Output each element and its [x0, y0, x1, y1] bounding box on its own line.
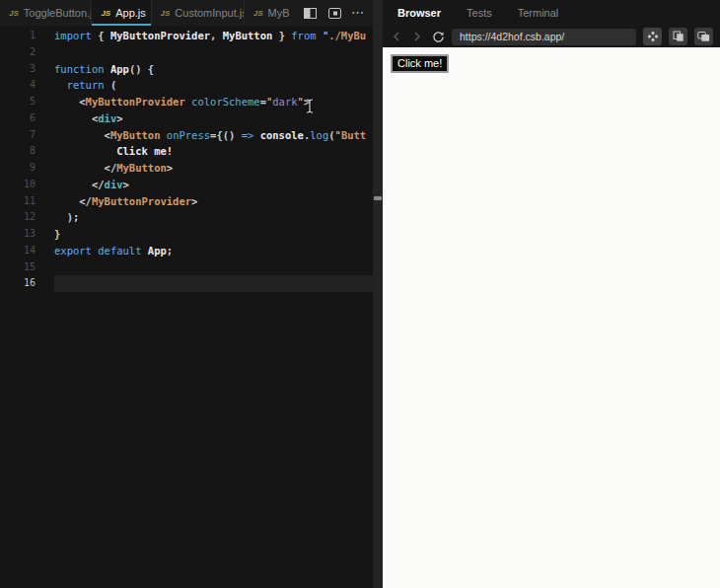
code-line[interactable]: 4 return ( [0, 77, 373, 94]
tab-label: ToggleButton.js [24, 7, 93, 19]
code-line[interactable]: 14export default App; [0, 243, 373, 259]
tab-label: App.js [115, 7, 146, 19]
back-icon[interactable] [390, 30, 403, 43]
code-line-text: Click me! [54, 143, 373, 160]
line-number: 15 [0, 259, 54, 276]
browser-navbar [383, 26, 720, 47]
line-number: 10 [0, 177, 54, 193]
editor-pane: JS ToggleButton.js JS App.js × JS Custom… [0, 0, 373, 588]
code-line-text: </div> [54, 177, 373, 193]
code-line-text: ); [54, 209, 373, 226]
editor-tabbar: JS ToggleButton.js JS App.js × JS Custom… [0, 0, 373, 26]
code-line[interactable]: 12 ); [0, 209, 373, 226]
line-number: 14 [0, 243, 54, 259]
code-line-text [54, 259, 373, 276]
preview-pane: Browser Tests Terminal [383, 0, 720, 588]
line-number: 4 [0, 77, 54, 94]
code-line-text [54, 44, 373, 61]
code-line-text: </MyButton> [54, 160, 373, 177]
code-line[interactable]: 10 </div> [0, 177, 373, 193]
refresh-icon[interactable] [431, 30, 445, 43]
js-file-icon: JS [161, 9, 171, 18]
more-actions-icon[interactable]: ⋯ [351, 8, 365, 18]
copy-url-icon[interactable] [669, 28, 687, 45]
forward-icon[interactable] [410, 30, 424, 43]
tab-browser[interactable]: Browser [397, 7, 441, 19]
code-line[interactable]: 5 <MyButtonProvider colorScheme="dark"> [0, 94, 373, 110]
code-line-text: function App() { [54, 61, 373, 78]
editor-tab-actions: ⋯ [294, 0, 373, 26]
open-preview-icon[interactable] [326, 5, 342, 21]
js-file-icon: JS [9, 9, 19, 18]
tab-app-js[interactable]: JS App.js × [92, 0, 151, 26]
line-number: 11 [0, 193, 54, 210]
code-line[interactable]: 15 [0, 259, 373, 276]
code-line[interactable]: 6 <div> [0, 110, 373, 127]
line-number: 6 [0, 110, 54, 127]
line-number: 1 [0, 28, 54, 44]
line-number: 16 [0, 275, 54, 292]
code-line-text: return ( [54, 77, 373, 94]
line-number: 12 [0, 209, 54, 226]
open-in-new-window-icon[interactable] [694, 28, 713, 45]
split-editor-icon[interactable] [302, 5, 318, 21]
code-line-text: <MyButton onPress={() => console.log("Bu… [54, 127, 373, 144]
code-line-text: } [54, 226, 373, 243]
browser-viewport: Click me! [383, 47, 720, 588]
tab-label: MyB [268, 7, 290, 19]
line-number: 9 [0, 160, 54, 177]
code-line[interactable]: 1import { MyButtonProvider, MyButton } f… [0, 28, 373, 44]
code-line[interactable]: 13} [0, 226, 373, 243]
responsive-preview-icon[interactable] [643, 28, 662, 45]
tab-label: CustomInput.js [175, 7, 244, 19]
preview-tabbar: Browser Tests Terminal [383, 0, 720, 26]
line-number: 3 [0, 61, 54, 78]
app-window: JS ToggleButton.js JS App.js × JS Custom… [0, 0, 720, 588]
code-line-text: import { MyButtonProvider, MyButton } fr… [54, 28, 373, 44]
code-editor[interactable]: 1import { MyButtonProvider, MyButton } f… [0, 26, 373, 588]
tab-terminal[interactable]: Terminal [518, 7, 559, 19]
line-number: 13 [0, 226, 54, 243]
preview-click-me-button[interactable]: Click me! [391, 54, 449, 73]
code-line-text: </MyButtonProvider> [54, 193, 373, 210]
code-line-text: <div> [54, 110, 373, 127]
code-line-text: export default App; [54, 243, 373, 259]
tab-mybutton-js[interactable]: JS MyB [245, 0, 294, 26]
code-line-text [54, 275, 373, 292]
pane-resize-divider[interactable] [373, 0, 383, 588]
line-number: 8 [0, 143, 54, 160]
code-line[interactable]: 16 [0, 275, 373, 292]
tab-tests[interactable]: Tests [467, 7, 492, 19]
code-line-text: <MyButtonProvider colorScheme="dark"> [54, 94, 373, 110]
code-line[interactable]: 2 [0, 44, 373, 61]
code-line[interactable]: 8 Click me! [0, 143, 373, 160]
code-line[interactable]: 9 </MyButton> [0, 160, 373, 177]
tab-togglebutton-js[interactable]: JS ToggleButton.js [0, 0, 92, 26]
line-number: 2 [0, 44, 54, 61]
js-file-icon: JS [101, 9, 110, 18]
url-input[interactable] [452, 29, 636, 45]
line-number: 7 [0, 127, 54, 144]
code-line[interactable]: 11 </MyButtonProvider> [0, 193, 373, 210]
divider-drag-handle[interactable] [374, 196, 382, 200]
code-line[interactable]: 3function App() { [0, 61, 373, 78]
line-number: 5 [0, 94, 54, 110]
js-file-icon: JS [253, 9, 263, 18]
tab-custominput-js[interactable]: JS CustomInput.js [152, 0, 245, 26]
code-line[interactable]: 7 <MyButton onPress={() => console.log("… [0, 127, 373, 144]
